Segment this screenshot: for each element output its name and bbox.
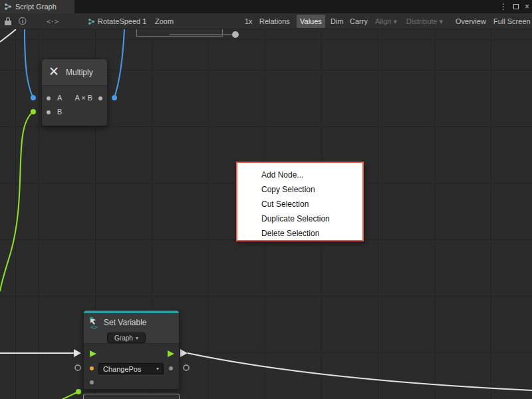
value-input-port[interactable] xyxy=(90,366,94,370)
info-icon[interactable]: ⓘ xyxy=(19,13,27,29)
menu-item-delete-selection[interactable]: Delete Selection xyxy=(237,226,362,241)
zoom-slider-knob[interactable] xyxy=(232,31,239,38)
port-result-label: A × B xyxy=(74,94,92,102)
align-button[interactable]: Align ▾ xyxy=(372,13,400,29)
window-controls: ⋮ × xyxy=(499,0,529,13)
overview-button[interactable]: Overview xyxy=(452,13,489,29)
zoom-slider-track[interactable] xyxy=(170,34,239,35)
relations-button[interactable]: Relations xyxy=(256,13,293,29)
variable-dropdown[interactable]: ChangePos ▾ xyxy=(98,363,164,374)
titlebar: Script Graph ⋮ × xyxy=(0,0,532,13)
multiply-node[interactable]: ✕ Multiply A A × B B xyxy=(41,59,108,126)
maximize-icon[interactable] xyxy=(513,4,519,9)
dim-button[interactable]: Dim xyxy=(327,13,347,29)
input-port-a[interactable] xyxy=(47,96,51,100)
menu-item-duplicate-selection[interactable]: Duplicate Selection xyxy=(237,211,362,226)
set-variable-title: Set Variable xyxy=(104,318,146,327)
script-graph-icon xyxy=(4,3,12,11)
menu-item-add-node[interactable]: Add Node... xyxy=(237,168,362,182)
menu-item-cut-selection[interactable]: Cut Selection xyxy=(237,197,362,211)
node-footer[interactable] xyxy=(83,394,180,399)
tab-label: Script Graph xyxy=(15,3,57,11)
carry-button[interactable]: Carry xyxy=(346,13,371,29)
multiply-node-header[interactable]: ✕ Multiply xyxy=(42,59,107,86)
port-a-label: A xyxy=(57,94,62,102)
value-output-port[interactable] xyxy=(169,366,173,370)
chevron-down-icon: ▾ xyxy=(156,366,159,372)
full-screen-button[interactable]: Full Screen xyxy=(490,13,532,29)
code-icon[interactable]: <·> xyxy=(47,13,59,29)
script-graph-window: ✕ Multiply A A × B B <> Set Variable Gra… xyxy=(0,0,532,399)
multiply-node-title: Multiply xyxy=(66,68,93,77)
output-port-result[interactable] xyxy=(98,96,102,100)
context-menu: Add Node... Copy Selection Cut Selection… xyxy=(236,162,364,241)
graph-toolbar: ⓘ <·> RotateSpeed 1 Zoom 1x Relations Va… xyxy=(0,13,532,29)
close-icon[interactable]: × xyxy=(525,2,529,11)
port-b-label: B xyxy=(57,108,62,116)
graph-ref-icon xyxy=(88,13,95,29)
values-button[interactable]: Values xyxy=(297,15,325,28)
scope-dropdown-label: Graph xyxy=(114,334,133,342)
distribute-button[interactable]: Distribute ▾ xyxy=(403,13,446,29)
set-variable-icon: <> xyxy=(89,317,101,330)
extra-input-port[interactable] xyxy=(90,380,94,384)
lock-icon[interactable] xyxy=(5,13,11,29)
zoom-value: 1x xyxy=(245,13,253,29)
scope-dropdown[interactable]: Graph ▾ xyxy=(107,332,146,343)
set-variable-node[interactable]: <> Set Variable Graph ▾ ChangePos ▾ xyxy=(83,310,180,390)
variable-dropdown-label: ChangePos xyxy=(103,365,142,373)
svg-text:<>: <> xyxy=(90,324,98,330)
menu-item-copy-selection[interactable]: Copy Selection xyxy=(237,182,362,197)
flow-output-arrow[interactable] xyxy=(168,350,174,357)
script-graph-tab[interactable]: Script Graph xyxy=(0,0,74,13)
input-port-b[interactable] xyxy=(47,110,51,114)
multiply-icon: ✕ xyxy=(49,64,59,79)
flow-input-arrow[interactable] xyxy=(90,350,96,357)
graph-ref-button[interactable]: RotateSpeed 1 xyxy=(98,13,146,29)
chevron-down-icon: ▾ xyxy=(136,335,138,341)
zoom-label: Zoom xyxy=(155,13,174,29)
set-variable-header[interactable]: <> Set Variable Graph ▾ xyxy=(84,313,179,344)
kebab-menu-icon[interactable]: ⋮ xyxy=(499,2,507,11)
